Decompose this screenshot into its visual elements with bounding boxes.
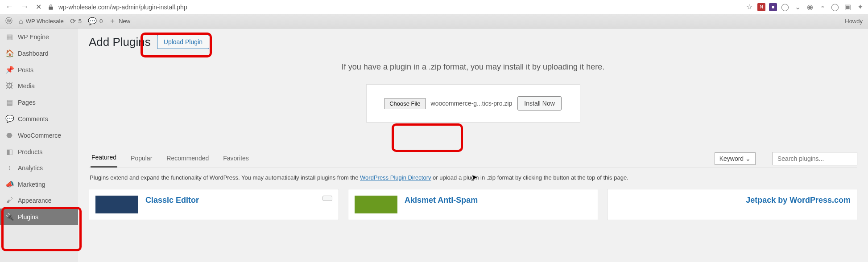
upload-plugin-button[interactable]: Upload Plugin xyxy=(157,35,209,49)
extension-icon[interactable]: ◉ xyxy=(806,3,814,12)
dashboard-icon: 🏠 xyxy=(5,49,13,57)
sidebar-item-dashboard[interactable]: 🏠Dashboard xyxy=(0,45,78,61)
tab-popular[interactable]: Popular xyxy=(130,150,153,167)
sidebar-item-media[interactable]: 🖼Media xyxy=(0,78,78,94)
back-icon[interactable]: ← xyxy=(4,2,15,12)
site-name: WP Wholesale xyxy=(26,18,64,25)
cursor-icon: ➤ xyxy=(471,173,477,181)
updates-link[interactable]: ⟳5 xyxy=(70,17,82,25)
page-title: Add Plugins xyxy=(89,35,151,49)
products-icon: ◧ xyxy=(5,147,13,156)
plugin-thumbnail xyxy=(355,196,397,213)
sidebar-item-appearance[interactable]: 🖌Appearance xyxy=(0,192,78,209)
sidebar-item-label: Plugins xyxy=(18,213,38,221)
sidebar-item-products[interactable]: ◧Products xyxy=(0,143,78,160)
sidebar-item-label: Appearance xyxy=(18,197,52,204)
brush-icon: 🖌 xyxy=(5,196,13,205)
extension-icon[interactable]: ▣ xyxy=(843,3,852,12)
choose-file-button[interactable]: Choose File xyxy=(384,98,425,109)
sidebar-item-label: Marketing xyxy=(18,181,45,188)
intro-before: Plugins extend and expand the functional… xyxy=(90,174,360,181)
sidebar-item-analytics[interactable]: ⫶Analytics xyxy=(0,160,78,176)
search-plugins-input[interactable] xyxy=(773,152,857,165)
sidebar-item-label: WooCommerce xyxy=(18,132,61,139)
extension-icon[interactable]: ◯ xyxy=(831,3,839,12)
admin-sidebar: ▦WP Engine 🏠Dashboard 📌Posts 🖼Media ▤Pag… xyxy=(0,29,78,262)
upload-help-text: If you have a plugin in a .zip format, y… xyxy=(89,62,857,72)
browser-toolbar: ← → ✕ wp-wholesale.com/wp-admin/plugin-i… xyxy=(0,0,868,14)
plugin-action-button[interactable] xyxy=(322,196,332,201)
plugin-card-classic-editor: Classic Editor xyxy=(89,189,339,220)
plug-icon: 🔌 xyxy=(5,213,13,221)
new-label: New xyxy=(119,18,130,25)
install-now-button[interactable]: Install Now xyxy=(517,96,561,111)
extension-icon[interactable]: ◯ xyxy=(781,3,789,12)
sidebar-item-label: Products xyxy=(18,148,42,156)
updates-count: 5 xyxy=(79,18,82,25)
wp-logo[interactable]: ⓦ xyxy=(5,16,12,26)
upload-form: Choose File woocommerce-g...tics-pro.zip… xyxy=(366,84,580,123)
page-content: Add Plugins Upload Plugin If you have a … xyxy=(78,29,868,262)
analytics-icon: ⫶ xyxy=(5,164,13,172)
woocommerce-icon: ⬣ xyxy=(5,131,13,139)
sidebar-item-posts[interactable]: 📌Posts xyxy=(0,61,78,78)
extension-icon[interactable]: ■ xyxy=(769,3,777,11)
sidebar-item-wpengine[interactable]: ▦WP Engine xyxy=(0,29,78,45)
extension-icon[interactable]: ▫ xyxy=(818,3,827,12)
chevron-down-icon: ⌄ xyxy=(745,155,751,162)
plugin-name-link[interactable]: Classic Editor xyxy=(145,196,199,205)
tab-featured[interactable]: Featured xyxy=(91,149,117,168)
sidebar-item-plugins[interactable]: 🔌Plugins xyxy=(0,209,78,225)
chosen-filename: woocommerce-g...tics-pro.zip xyxy=(431,100,513,107)
wpengine-icon: ▦ xyxy=(5,33,13,41)
search-type-select[interactable]: Keyword ⌄ xyxy=(715,152,756,165)
keyword-label: Keyword xyxy=(719,155,744,162)
plugin-card-akismet: Akismet Anti-Spam xyxy=(348,189,598,220)
plugin-cards-row: Classic Editor Akismet Anti-Spam Jetpack… xyxy=(89,189,857,220)
site-link[interactable]: ⌂WP Wholesale xyxy=(19,17,64,25)
pin-icon: 📌 xyxy=(5,66,13,74)
sidebar-item-pages[interactable]: ▤Pages xyxy=(0,94,78,111)
plugin-directory-link[interactable]: WordPress Plugin Directory xyxy=(360,174,431,181)
sidebar-item-label: Analytics xyxy=(18,164,43,172)
sidebar-item-marketing[interactable]: 📣Marketing xyxy=(0,176,78,192)
sidebar-item-label: Posts xyxy=(18,66,33,74)
tab-favorites[interactable]: Favorites xyxy=(222,150,250,167)
media-icon: 🖼 xyxy=(5,82,13,90)
address-bar[interactable]: wp-wholesale.com/wp-admin/plugin-install… xyxy=(58,4,187,11)
lock-icon xyxy=(47,4,55,10)
sidebar-item-label: Dashboard xyxy=(18,50,49,57)
filter-tabs: Featured Popular Recommended Favorites K… xyxy=(89,149,857,168)
puzzle-icon[interactable]: ✦ xyxy=(856,3,864,12)
sidebar-item-label: Media xyxy=(18,82,35,90)
pocket-icon[interactable]: ⌄ xyxy=(793,3,802,12)
comments-link[interactable]: 💬0 xyxy=(88,17,103,25)
comment-icon: 💬 xyxy=(5,115,13,123)
wp-adminbar: ⓦ ⌂WP Wholesale ⟳5 💬0 ＋New Howdy xyxy=(0,14,868,29)
plugin-name-link[interactable]: Jetpack by WordPress.com xyxy=(746,196,851,205)
plugin-thumbnail xyxy=(95,196,138,213)
comments-count: 0 xyxy=(99,18,103,25)
plugin-card-jetpack: Jetpack by WordPress.com xyxy=(607,189,857,220)
sidebar-item-woocommerce[interactable]: ⬣WooCommerce xyxy=(0,127,78,143)
plugin-name-link[interactable]: Akismet Anti-Spam xyxy=(405,196,478,205)
tab-recommended[interactable]: Recommended xyxy=(165,150,210,167)
sidebar-item-label: WP Engine xyxy=(18,33,49,41)
howdy-menu[interactable]: Howdy xyxy=(845,18,863,25)
sidebar-item-label: Comments xyxy=(18,115,48,123)
forward-icon[interactable]: → xyxy=(19,2,30,12)
intro-after: or upload a plugin in .zip format by cli… xyxy=(431,174,628,181)
marketing-icon: 📣 xyxy=(5,180,13,188)
extension-icon[interactable]: N xyxy=(757,3,765,11)
star-icon[interactable]: ☆ xyxy=(745,3,754,12)
stop-icon[interactable]: ✕ xyxy=(34,3,43,11)
sidebar-item-label: Pages xyxy=(18,99,36,106)
page-icon: ▤ xyxy=(5,98,13,106)
howdy-label: Howdy xyxy=(845,18,863,25)
sidebar-item-comments[interactable]: 💬Comments xyxy=(0,111,78,127)
new-content[interactable]: ＋New xyxy=(109,16,130,26)
